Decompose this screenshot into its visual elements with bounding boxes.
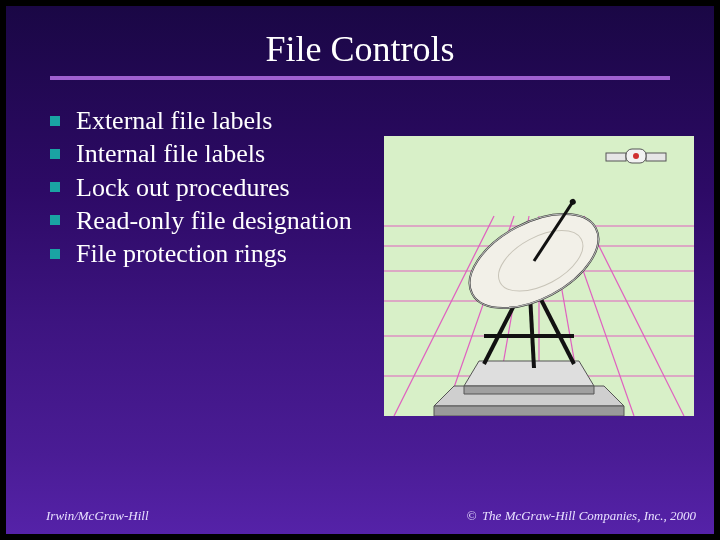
bullet-text: Read-only file designation [76,204,352,237]
dish-svg-icon [384,136,694,416]
list-item: Internal file labels [50,137,352,170]
svg-marker-20 [464,361,594,386]
list-item: External file labels [50,104,352,137]
footer-right: © The McGraw-Hill Companies, Inc., 2000 [467,508,696,524]
bullet-text: File protection rings [76,237,287,270]
bullet-list: External file labels Internal file label… [50,104,352,270]
bullet-text: Internal file labels [76,137,265,170]
list-item: Read-only file designation [50,204,352,237]
slide: File Controls External file labels Inter… [6,6,714,534]
footer-left: Irwin/McGraw-Hill [46,508,149,524]
bullet-square-icon [50,182,60,192]
satellite-dish-illustration [384,136,694,416]
svg-marker-21 [464,386,594,394]
list-item: File protection rings [50,237,352,270]
svg-point-17 [633,153,639,159]
bullet-square-icon [50,116,60,126]
bullet-square-icon [50,215,60,225]
slide-title: File Controls [6,28,714,70]
bullet-text: Lock out procedures [76,171,290,204]
title-area: File Controls [6,6,714,90]
svg-rect-15 [646,153,666,161]
list-item: Lock out procedures [50,171,352,204]
bullet-square-icon [50,149,60,159]
footer-right-text: The McGraw-Hill Companies, Inc., 2000 [479,508,696,523]
svg-rect-14 [606,153,626,161]
bullet-text: External file labels [76,104,272,137]
copyright-symbol: © [467,508,477,523]
bullet-square-icon [50,249,60,259]
svg-marker-19 [434,406,624,416]
title-rule [50,76,670,80]
footer: Irwin/McGraw-Hill © The McGraw-Hill Comp… [6,508,714,524]
